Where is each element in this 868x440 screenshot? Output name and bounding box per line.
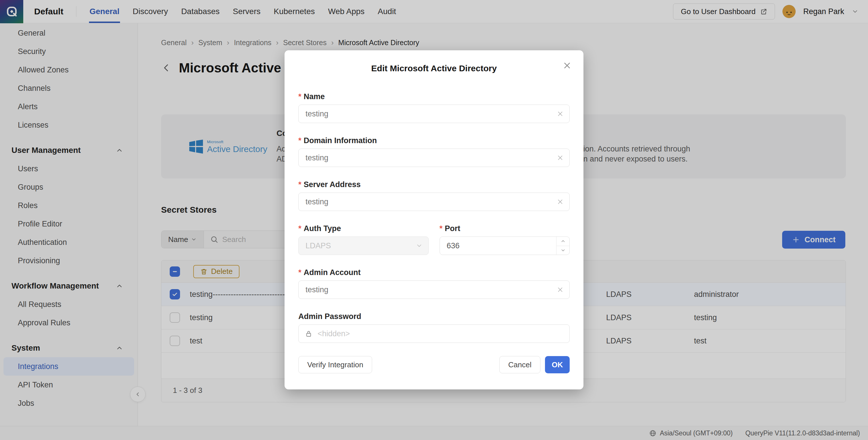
required-mark: * — [298, 224, 302, 233]
field-admin-password: Admin Password — [298, 312, 570, 343]
field-label-text: Auth Type — [304, 224, 341, 233]
clear-icon[interactable] — [556, 286, 564, 293]
cancel-button[interactable]: Cancel — [499, 356, 540, 373]
field-name: * Name — [298, 92, 570, 123]
field-server-label: * Server Address — [298, 180, 570, 189]
admin-account-input[interactable] — [298, 281, 570, 299]
port-stepper: 636 — [440, 237, 570, 255]
field-port-label: * Port — [440, 224, 570, 233]
modal-form: * Name * Domain Information — [298, 92, 570, 373]
stepper-up-icon[interactable] — [556, 237, 569, 246]
required-mark: * — [298, 268, 302, 277]
edit-active-directory-modal: Edit Microsoft Active Directory * Name *… — [284, 50, 584, 389]
ok-button[interactable]: OK — [545, 356, 570, 373]
field-name-label: * Name — [298, 92, 570, 101]
required-mark: * — [298, 180, 302, 189]
field-auth-type-label: * Auth Type — [298, 224, 429, 233]
field-label-text: Admin Account — [304, 268, 361, 277]
port-stepper-buttons — [556, 237, 569, 255]
clear-icon[interactable] — [556, 198, 564, 205]
field-domain-label: * Domain Information — [298, 136, 570, 145]
field-domain: * Domain Information — [298, 136, 570, 167]
domain-input[interactable] — [298, 149, 570, 167]
field-auth-port-row: * Auth Type LDAPS * Port 636 — [298, 224, 570, 255]
clear-icon[interactable] — [556, 154, 564, 162]
field-label-text: Server Address — [304, 180, 361, 189]
clear-icon[interactable] — [556, 110, 564, 118]
server-address-input[interactable] — [298, 193, 570, 211]
field-label-text: Name — [304, 92, 325, 101]
chevron-down-icon — [416, 242, 423, 249]
modal-footer: Verify Integration Cancel OK — [298, 356, 570, 373]
field-auth-type: * Auth Type LDAPS — [298, 224, 429, 255]
field-admin-account-label: * Admin Account — [298, 268, 570, 277]
field-admin-password-label: Admin Password — [298, 312, 570, 321]
admin-password-input[interactable] — [298, 324, 570, 343]
field-server: * Server Address — [298, 180, 570, 211]
field-label-text: Port — [445, 224, 460, 233]
required-mark: * — [440, 224, 443, 233]
modal-title: Edit Microsoft Active Directory — [298, 50, 570, 73]
name-input[interactable] — [298, 105, 570, 123]
required-mark: * — [298, 92, 302, 101]
port-value[interactable]: 636 — [440, 237, 556, 255]
stepper-down-icon[interactable] — [556, 246, 569, 255]
lock-icon — [305, 330, 313, 338]
field-label-text: Admin Password — [298, 312, 361, 321]
field-admin-account: * Admin Account — [298, 268, 570, 299]
field-label-text: Domain Information — [304, 136, 377, 145]
auth-type-select: LDAPS — [298, 237, 429, 255]
auth-type-value: LDAPS — [306, 241, 331, 250]
close-icon[interactable] — [562, 61, 572, 70]
required-mark: * — [298, 136, 302, 145]
verify-integration-button[interactable]: Verify Integration — [298, 356, 372, 373]
field-port: * Port 636 — [440, 224, 570, 255]
